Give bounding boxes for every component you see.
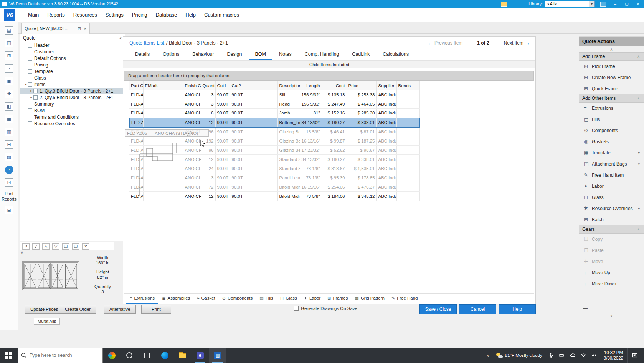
- tab-behaviour[interactable]: Behaviour: [186, 49, 220, 60]
- create-order-button[interactable]: Create Order: [59, 305, 96, 314]
- item-tab-frames[interactable]: ⊞ Frames: [324, 294, 351, 304]
- update-prices-button[interactable]: Update Prices: [25, 305, 64, 314]
- tree-item-pricing[interactable]: Pricing: [20, 61, 125, 68]
- menu-item[interactable]: Custom macros: [200, 8, 243, 22]
- document-tab-quote[interactable]: Quote [ NEW ](MJ03 ... ⊡ ✕: [21, 23, 90, 34]
- chevron-up-icon[interactable]: ∧: [579, 46, 644, 52]
- paste-icon[interactable]: ❐: [72, 243, 79, 250]
- item-tab-grid-pattern[interactable]: ▦ Grid Pattern: [352, 294, 388, 304]
- column-header[interactable]: Cost: [322, 81, 347, 90]
- action-fills[interactable]: ▤ Fills: [579, 114, 644, 125]
- minimize-button[interactable]: –: [609, 0, 621, 8]
- column-header[interactable]: EMark: [143, 81, 183, 90]
- tab-cadlink[interactable]: CadLink: [345, 49, 376, 60]
- onedrive-cloud-icon[interactable]: [567, 353, 578, 358]
- tree-arrow-icon[interactable]: ▾: [24, 83, 28, 86]
- resources-icon[interactable]: ◔: [5, 64, 13, 73]
- tree-item-template[interactable]: Template: [20, 68, 125, 75]
- section-add-frame[interactable]: Add Frame ∧: [579, 52, 644, 61]
- products-icon[interactable]: ⊞: [5, 51, 13, 60]
- column-header[interactable]: Supplier Name: [376, 81, 396, 90]
- menu-item[interactable]: Help: [181, 8, 200, 22]
- reports-icon[interactable]: ▤: [5, 26, 13, 35]
- table-row[interactable]: FLD-A006 ANO CHA (STD ANO) 12 90.0T 90.0…: [129, 155, 419, 164]
- matrix-icon[interactable]: ▦: [5, 115, 13, 123]
- close-button[interactable]: ✕: [632, 0, 644, 8]
- item-tab-components[interactable]: ⊙ Components: [219, 294, 256, 304]
- collapse-arrow-icon[interactable]: ↙: [32, 243, 40, 250]
- table-row[interactable]: FLD-A005 ANO CHA (STD ANO) 96 90.0T 90.0…: [129, 127, 419, 136]
- analytics-icon[interactable]: ◧: [5, 102, 13, 111]
- battery-icon[interactable]: [556, 353, 567, 358]
- table-row[interactable]: FLD-A006 ANO CHA (STD ANO) 24 90.0T 90.0…: [129, 164, 419, 173]
- edge-icon[interactable]: [156, 348, 173, 363]
- table-row[interactable]: FLD-A003 ANO CHA (STD ANO) 6 90.0T 90.0T…: [129, 109, 419, 118]
- chevron-down-icon[interactable]: ▼: [589, 1, 594, 7]
- generate-drawings-checkbox[interactable]: [294, 306, 299, 311]
- table-row[interactable]: FLD-A011 ANO CHA (STD ANO) 3 90.0T 90.0T…: [129, 173, 419, 182]
- tab-comp-handling[interactable]: Comp. Handling: [298, 49, 346, 60]
- cortana-icon[interactable]: [121, 348, 138, 363]
- media-icon[interactable]: [501, 2, 507, 7]
- action-pick-frame[interactable]: ⊞ Pick Frame: [579, 61, 644, 72]
- item-tab-free-hand[interactable]: ✎ Free Hand: [388, 294, 421, 304]
- weather-widget[interactable]: 81°F Mostly cloudy: [493, 353, 546, 358]
- tab-design[interactable]: Design: [221, 49, 249, 60]
- printer-icon[interactable]: ⊟: [5, 206, 13, 214]
- table-row[interactable]: FLD-A004 ANO CHA (STD ANO) 12 90.0T 90.0…: [129, 118, 419, 127]
- group-by-dropzone[interactable]: Drag a column header here to group by th…: [124, 71, 534, 81]
- cancel-button[interactable]: Cancel: [459, 304, 496, 314]
- tree-item-summary[interactable]: Summary: [20, 101, 125, 107]
- table-row[interactable]: FLD-A022 ANO CHA (STD ANO) 72 90.0T 90.0…: [129, 182, 419, 192]
- tree-item-bom[interactable]: BOM: [20, 107, 125, 114]
- close-tab-icon[interactable]: ✕: [84, 27, 87, 31]
- tab-bom[interactable]: BOM: [249, 49, 272, 60]
- file-explorer-icon[interactable]: [173, 348, 191, 363]
- tab-calculations[interactable]: Calculations: [376, 49, 415, 60]
- tools-icon[interactable]: ✚: [5, 90, 13, 98]
- item-tab-assemblies[interactable]: ▣ Assemblies: [158, 294, 193, 304]
- tab-details[interactable]: Details: [129, 49, 156, 60]
- tab-options[interactable]: Options: [156, 49, 186, 60]
- search-input[interactable]: [30, 353, 99, 358]
- breadcrumb-link[interactable]: Quote Items List: [129, 40, 164, 46]
- action-paste[interactable]: ❐ Paste: [579, 245, 644, 256]
- network-icon[interactable]: [578, 353, 589, 358]
- action-batch[interactable]: ⊞ Batch: [579, 214, 644, 225]
- menu-item[interactable]: Main: [24, 8, 43, 22]
- menu-item[interactable]: Reports: [43, 8, 69, 22]
- column-header[interactable]: Length: [300, 81, 322, 90]
- column-header[interactable]: Cut1: [215, 81, 230, 90]
- item-tab-fills[interactable]: ▤ Fills: [256, 294, 277, 304]
- table-row[interactable]: FLD-A022 ANO CHA (STD ANO) 12 90.0T 90.0…: [129, 192, 419, 201]
- alternative-button[interactable]: Alternative: [104, 305, 136, 314]
- collapse-panel-icon[interactable]: <: [119, 36, 122, 40]
- menu-item[interactable]: Settings: [101, 8, 128, 22]
- tab-notes[interactable]: Notes: [272, 49, 298, 60]
- section-add-other-items[interactable]: Add Other Items ∧: [579, 94, 644, 103]
- column-header[interactable]: Quantity: [201, 81, 215, 90]
- tree-item-customer[interactable]: Customer: [20, 48, 125, 55]
- expand-arrow-icon[interactable]: ↗: [22, 243, 30, 250]
- menu-item[interactable]: Database: [152, 8, 182, 22]
- action-move[interactable]: ✛ Move: [579, 256, 644, 267]
- column-header[interactable]: Part Code: [129, 81, 143, 90]
- show-desktop-button[interactable]: [642, 348, 644, 363]
- packages-icon[interactable]: ▣: [5, 77, 13, 85]
- filter-icon[interactable]: ▽: [52, 243, 59, 250]
- taskbar-search[interactable]: [18, 348, 103, 363]
- action-move-down[interactable]: ↓ Move Down: [579, 278, 644, 289]
- previous-item-button[interactable]: Previous Item: [434, 40, 462, 46]
- tree-item-default-options[interactable]: Default Options: [20, 55, 125, 61]
- action-resource-overrides[interactable]: ✱ Resource Overrides ▾: [579, 203, 644, 214]
- frame-icon[interactable]: ⊟: [5, 140, 13, 149]
- customers-icon[interactable]: ◫: [5, 39, 13, 47]
- warning-icon[interactable]: △: [42, 243, 50, 250]
- action-glass[interactable]: ◻ Glass: [579, 192, 644, 203]
- print-icon[interactable]: [600, 2, 606, 7]
- column-header[interactable]: Bends: [396, 81, 419, 90]
- action-components[interactable]: ⊙ Components: [579, 125, 644, 136]
- document-icon[interactable]: ⊡: [5, 178, 13, 187]
- section-gears[interactable]: Gears ∧: [579, 225, 644, 234]
- table-row[interactable]: FLD-A005 ANO CHA (STD ANO) 192 90.0T 90.…: [129, 136, 419, 146]
